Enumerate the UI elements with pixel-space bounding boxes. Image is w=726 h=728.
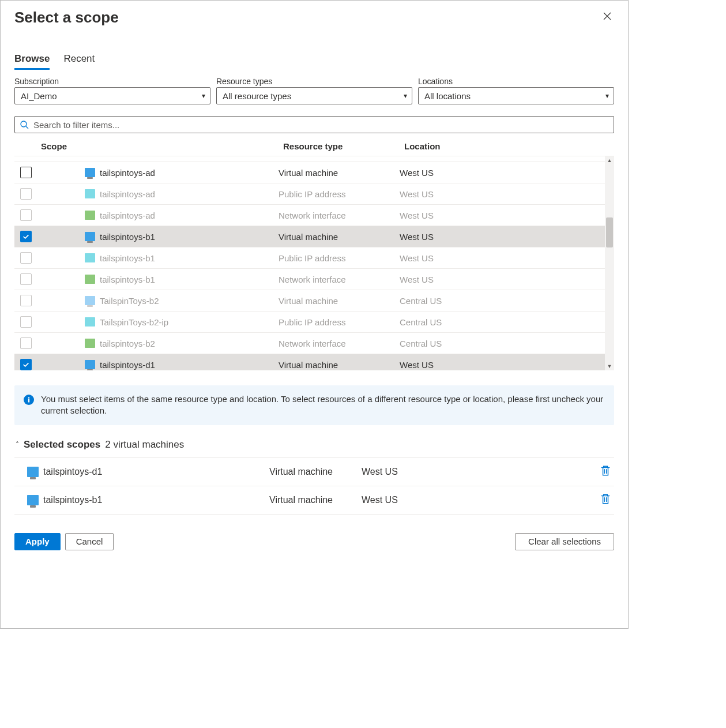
resource-type: Public IP address [279,317,400,327]
row-checkbox[interactable] [20,359,32,370]
table-row: tailspintoys-b1Network interfaceWest US [14,269,605,290]
table-row[interactable]: tailspintoys-adVirtual machineWest US [14,162,605,183]
selected-row: tailspintoys-d1Virtual machineWest US [14,457,614,486]
select-scope-dialog: Select a scope BrowseRecent Subscription… [0,0,629,629]
cancel-button[interactable]: Cancel [65,533,114,550]
table-row: tailspintoys-b1Public IP addressWest US [14,247,605,269]
resource-type: Virtual machine [279,232,400,242]
svg-rect-3 [28,399,29,403]
resource-name: tailspintoys-b1 [100,232,279,242]
table-row: tailspintoysApp Service planWest US [14,156,605,162]
resource-list: tailspintoysApp Service planWest UStails… [14,156,614,370]
resource-name: tailspintoys-ad [100,168,279,178]
resource-types-label: Resource types [216,77,412,86]
resource-type: Network interface [279,275,400,284]
column-scope: Scope [41,141,283,151]
scroll-up-icon[interactable]: ▲ [607,156,612,164]
subscription-label: Subscription [14,77,210,86]
selected-type: Virtual machine [269,467,362,477]
delete-icon[interactable] [600,465,614,479]
table-row: tailspintoys-adPublic IP addressWest US [14,183,605,205]
resource-location: Central US [400,296,492,306]
resource-type: Network interface [279,339,400,348]
table-row: tailspintoys-b2Network interfaceCentral … [14,333,605,354]
subscription-value: AI_Demo [21,91,57,101]
row-checkbox [20,252,32,264]
resource-location: West US [400,253,492,263]
row-checkbox [20,337,32,349]
chevron-up-icon: ˄ [16,441,19,449]
table-row[interactable]: tailspintoys-b1Virtual machineWest US [14,226,605,247]
scrollbar[interactable]: ▲ ▼ [605,156,614,370]
search-input[interactable] [29,120,609,130]
vm-resource-icon [85,296,95,305]
locations-dropdown[interactable]: All locations ▾ [418,87,614,104]
resource-name: tailspintoys-ad [100,211,279,220]
resource-location: West US [400,189,492,199]
svg-line-1 [26,126,28,129]
selected-list: tailspintoys-d1Virtual machineWest UStai… [14,457,614,515]
resource-location: West US [400,168,492,178]
row-checkbox[interactable] [20,231,32,242]
locations-value: All locations [424,91,471,101]
tab-strip: BrowseRecent [14,53,614,70]
search-icon [20,120,29,129]
column-location: Location [404,141,496,151]
vm-resource-icon [27,495,39,505]
nic-resource-icon [85,339,95,348]
resource-location: Central US [400,339,492,348]
resource-location: West US [400,232,492,242]
scrollbar-thumb[interactable] [606,217,613,247]
table-row[interactable]: tailspintoys-d1Virtual machineWest US [14,354,605,370]
chevron-down-icon: ▾ [202,92,205,100]
row-checkbox [20,273,32,285]
resource-type: Virtual machine [279,296,400,306]
resource-name: tailspintoys-b1 [100,275,279,284]
row-checkbox [20,316,32,328]
resource-name: tailspintoys-b1 [100,253,279,263]
table-row: TailspinToys-b2Virtual machineCentral US [14,290,605,312]
resource-type: Network interface [279,211,400,220]
nic-resource-icon [85,211,95,220]
vm-resource-icon [85,232,95,241]
svg-point-0 [21,121,27,127]
resource-name: TailspinToys-b2-ip [100,317,279,327]
selected-name: tailspintoys-b1 [43,495,102,505]
column-type: Resource type [283,141,404,151]
row-checkbox[interactable] [20,167,32,178]
clear-all-button[interactable]: Clear all selections [515,533,614,550]
resource-name: tailspintoys-d1 [100,360,279,370]
resource-name: TailspinToys-b2 [100,296,279,306]
selected-type: Virtual machine [269,495,362,505]
selected-location: West US [362,495,600,505]
svg-rect-4 [28,397,29,399]
chevron-down-icon: ▾ [605,92,609,100]
resource-location: West US [400,275,492,284]
resource-name: tailspintoys-ad [100,189,279,199]
selected-summary: 2 virtual machines [105,439,184,451]
selected-scopes-toggle[interactable]: ˄ Selected scopes 2 virtual machines [14,439,614,451]
row-checkbox [20,209,32,221]
resource-location: West US [400,360,492,370]
scroll-down-icon[interactable]: ▼ [607,362,612,370]
close-icon[interactable] [600,9,614,26]
selected-row: tailspintoys-b1Virtual machineWest US [14,486,614,515]
ip-resource-icon [85,253,95,262]
tab-browse[interactable]: Browse [14,53,50,70]
search-box[interactable] [14,116,614,133]
resource-location: West US [400,211,492,220]
subscription-dropdown[interactable]: AI_Demo ▾ [14,87,210,104]
row-checkbox [20,295,32,306]
ip-resource-icon [85,317,95,327]
info-icon [24,395,34,405]
tab-recent[interactable]: Recent [63,53,95,70]
resource-types-dropdown[interactable]: All resource types ▾ [216,87,412,104]
selected-name: tailspintoys-d1 [43,467,102,477]
delete-icon[interactable] [600,493,614,507]
vm-resource-icon [85,360,95,369]
resource-type: Public IP address [279,189,400,199]
info-banner: You must select items of the same resour… [14,385,614,425]
resource-name: tailspintoys-b2 [100,339,279,348]
apply-button[interactable]: Apply [14,533,61,550]
selected-location: West US [362,467,600,477]
